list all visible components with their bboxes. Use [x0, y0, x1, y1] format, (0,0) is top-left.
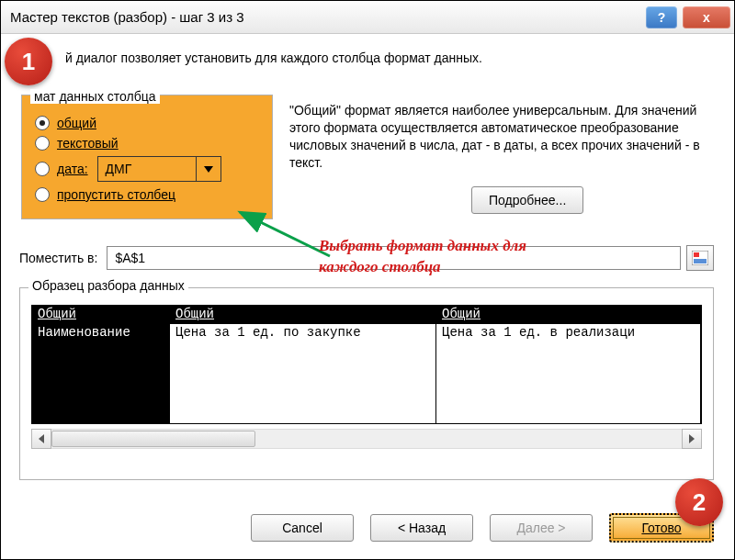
preview-header: Общий — [170, 306, 436, 324]
svg-rect-2 — [694, 259, 707, 263]
details-button[interactable]: Подробнее... — [471, 186, 583, 214]
range-picker-icon — [692, 251, 708, 265]
column-format-group: общий текстовый дата: ДМГ пропустить — [21, 95, 273, 219]
help-button[interactable]: ? — [646, 6, 677, 28]
close-button[interactable]: x — [683, 6, 730, 28]
preview-header: Общий — [32, 306, 170, 324]
format-group-legend: мат данных столбца — [30, 89, 160, 104]
scroll-track[interactable] — [51, 429, 682, 449]
dialog-description: й диалог позволяет установить для каждог… — [65, 50, 721, 65]
scroll-right-button[interactable] — [682, 429, 702, 449]
svg-rect-1 — [694, 252, 699, 257]
date-format-select[interactable]: ДМГ — [97, 156, 221, 182]
radio-icon — [35, 187, 50, 202]
callout-marker-2: 2 — [675, 478, 723, 526]
radio-general[interactable]: общий — [35, 116, 259, 130]
radio-date-label: дата: — [57, 162, 88, 176]
preview-cell[interactable]: Наименование — [32, 324, 170, 423]
preview-legend: Образец разбора данных — [28, 278, 188, 293]
radio-text-label: текстовый — [57, 136, 119, 151]
titlebar: Мастер текстов (разбор) - шаг 3 из 3 ? x — [1, 1, 734, 34]
radio-icon — [35, 162, 50, 176]
range-picker-button[interactable] — [686, 245, 714, 271]
back-button[interactable]: < Назад — [370, 514, 473, 542]
scroll-left-button[interactable] — [31, 429, 51, 449]
preview-table: Общий Общий Общий Наименование Цена за 1… — [31, 305, 702, 424]
format-info-text: "Общий" формат является наиболее универс… — [289, 102, 714, 172]
preview-header: Общий — [436, 306, 701, 324]
date-format-value: ДМГ — [98, 157, 196, 181]
scroll-thumb[interactable] — [51, 431, 255, 447]
radio-skip[interactable]: пропустить столбец — [35, 187, 259, 202]
destination-label: Поместить в: — [19, 251, 97, 265]
finish-button-label: Готово — [641, 521, 681, 535]
window-title: Мастер текстов (разбор) - шаг 3 из 3 — [10, 9, 640, 25]
radio-icon — [35, 116, 50, 130]
preview-group: Общий Общий Общий Наименование Цена за 1… — [19, 287, 714, 480]
horizontal-scrollbar[interactable] — [31, 430, 702, 448]
radio-text[interactable]: текстовый — [35, 136, 259, 151]
preview-cell[interactable]: Цена за 1 ед. в реализаци — [436, 324, 701, 423]
callout-marker-1: 1 — [5, 38, 52, 85]
cancel-button[interactable]: Cancel — [251, 514, 354, 542]
radio-date[interactable]: дата: ДМГ — [35, 156, 259, 182]
dropdown-button[interactable] — [196, 157, 220, 181]
next-button: Далее > — [490, 514, 593, 542]
wizard-buttons: Cancel < Назад Далее > Готово — [14, 510, 714, 546]
radio-skip-label: пропустить столбец — [57, 187, 175, 202]
chevron-down-icon — [204, 166, 213, 173]
destination-input[interactable] — [107, 246, 681, 270]
radio-icon — [35, 136, 50, 151]
radio-general-label: общий — [57, 116, 96, 130]
chevron-left-icon — [39, 434, 44, 443]
chevron-right-icon — [689, 434, 695, 443]
preview-cell[interactable]: Цена за 1 ед. по закупке — [170, 324, 436, 423]
wizard-dialog: Мастер текстов (разбор) - шаг 3 из 3 ? x… — [0, 0, 735, 560]
